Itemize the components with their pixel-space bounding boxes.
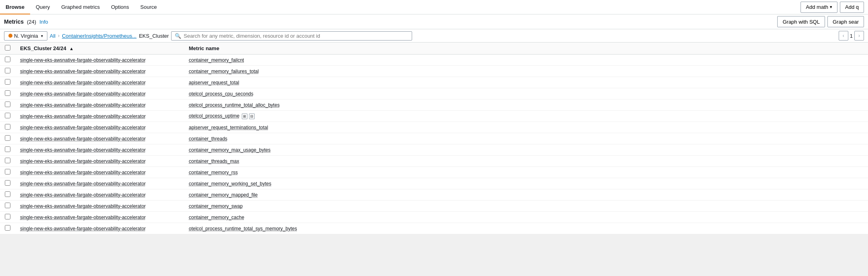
eks-cluster-link[interactable]: single-new-eks-awsnative-fargate-observa… <box>20 69 146 74</box>
eks-cluster-link[interactable]: single-new-eks-awsnative-fargate-observa… <box>20 181 146 187</box>
metric-name-link[interactable]: otelcol_process_runtime_total_sys_memory… <box>189 226 297 231</box>
metric-name-link[interactable]: container_threads_max <box>189 158 239 164</box>
eks-cluster-link[interactable]: single-new-eks-awsnative-fargate-observa… <box>20 136 146 142</box>
row-eks-cluster: single-new-eks-awsnative-fargate-observa… <box>15 99 184 111</box>
table-row: single-new-eks-awsnative-fargate-observa… <box>0 223 868 234</box>
metric-name-link[interactable]: apiserver_request_terminations_total <box>189 125 268 130</box>
eks-cluster-link[interactable]: single-new-eks-awsnative-fargate-observa… <box>20 226 146 231</box>
row-checkbox-1[interactable] <box>5 68 10 73</box>
table-row: single-new-eks-awsnative-fargate-observa… <box>0 189 868 201</box>
table-row: single-new-eks-awsnative-fargate-observa… <box>0 66 868 77</box>
row-checkbox-11[interactable] <box>5 180 10 186</box>
eks-cluster-link[interactable]: single-new-eks-awsnative-fargate-observa… <box>20 203 146 209</box>
eks-cluster-link[interactable]: single-new-eks-awsnative-fargate-observa… <box>20 102 146 108</box>
row-checkbox-2[interactable] <box>5 79 10 85</box>
nav-tab-query[interactable]: Query <box>30 0 55 14</box>
metric-name-link[interactable]: otelcol_process_runtime_total_alloc_byte… <box>189 102 280 108</box>
nav-tab-options[interactable]: Options <box>105 0 135 14</box>
breadcrumb-dimension: EKS_Cluster <box>139 33 169 39</box>
metric-name-link[interactable]: container_memory_working_set_bytes <box>189 181 271 187</box>
metric-name-link[interactable]: container_memory_rss <box>189 170 238 175</box>
nav-tab-browse[interactable]: Browse <box>0 0 30 14</box>
prev-page-button[interactable]: ‹ <box>839 31 848 41</box>
header-eks-cluster[interactable]: EKS_Cluster 24/24 ▲ <box>15 43 184 55</box>
row-checkbox-0[interactable] <box>5 57 10 62</box>
search-input[interactable] <box>184 33 408 39</box>
row-icon-1[interactable]: ⊞ <box>242 114 247 119</box>
add-query-button[interactable]: Add q <box>840 2 864 13</box>
row-eks-cluster: single-new-eks-awsnative-fargate-observa… <box>15 133 184 144</box>
row-checkbox-10[interactable] <box>5 169 10 175</box>
eks-cluster-link[interactable]: single-new-eks-awsnative-fargate-observa… <box>20 114 146 119</box>
row-checkbox-4[interactable] <box>5 101 10 107</box>
eks-cluster-link[interactable]: single-new-eks-awsnative-fargate-observa… <box>20 170 146 175</box>
filter-bar-right: ‹ 1 › <box>839 31 864 41</box>
region-dropdown[interactable]: N. Virginia ▾ <box>4 31 47 41</box>
eks-cluster-link[interactable]: single-new-eks-awsnative-fargate-observa… <box>20 80 146 85</box>
metric-name-link[interactable]: container_memory_max_usage_bytes <box>189 147 270 153</box>
row-eks-cluster: single-new-eks-awsnative-fargate-observa… <box>15 66 184 77</box>
metric-name-link[interactable]: apiserver_request_total <box>189 80 239 85</box>
row-checkbox-9[interactable] <box>5 158 10 163</box>
metric-name-link[interactable]: container_memory_swap <box>189 203 243 209</box>
sub-toolbar: Metrics (24) Info Graph with SQL Graph s… <box>0 14 868 29</box>
row-checkbox-3[interactable] <box>5 90 10 96</box>
row-metric-name: otelcol_process_uptime⊞⊟ <box>184 111 868 122</box>
eks-cluster-link[interactable]: single-new-eks-awsnative-fargate-observa… <box>20 192 146 198</box>
eks-cluster-link[interactable]: single-new-eks-awsnative-fargate-observa… <box>20 158 146 164</box>
sort-arrow-eks: ▲ <box>69 46 74 51</box>
row-metric-name: container_memory_max_usage_bytes <box>184 144 868 156</box>
row-checkbox-15[interactable] <box>5 225 10 231</box>
graph-search-button[interactable]: Graph sear <box>827 16 864 27</box>
row-icon-2[interactable]: ⊟ <box>249 114 255 119</box>
metric-name-link[interactable]: container_memory_failcnt <box>189 57 244 63</box>
metric-name-link[interactable]: otelcol_process_cpu_seconds <box>189 91 253 97</box>
row-checkbox-5[interactable] <box>5 113 10 118</box>
metric-name-link[interactable]: container_memory_mapped_file <box>189 192 257 198</box>
row-checkbox-14[interactable] <box>5 214 10 219</box>
table-row: single-new-eks-awsnative-fargate-observa… <box>0 55 868 66</box>
breadcrumb-all[interactable]: All <box>50 33 55 39</box>
breadcrumb-namespace[interactable]: ContainerInsights/Prometheus... <box>62 33 137 39</box>
row-metric-name: otelcol_process_runtime_total_alloc_byte… <box>184 99 868 111</box>
table-row: single-new-eks-awsnative-fargate-observa… <box>0 167 868 178</box>
eks-cluster-link[interactable]: single-new-eks-awsnative-fargate-observa… <box>20 147 146 153</box>
metric-name-link[interactable]: container_memory_cache <box>189 215 244 220</box>
row-metric-name: container_memory_rss <box>184 167 868 178</box>
row-metric-name: apiserver_request_terminations_total <box>184 122 868 133</box>
table-row: single-new-eks-awsnative-fargate-observa… <box>0 178 868 189</box>
table-row: single-new-eks-awsnative-fargate-observa… <box>0 133 868 144</box>
eks-cluster-link[interactable]: single-new-eks-awsnative-fargate-observa… <box>20 125 146 130</box>
metric-name-link[interactable]: otelcol_process_uptime <box>189 113 239 119</box>
select-all-checkbox[interactable] <box>5 45 10 51</box>
row-checkbox-7[interactable] <box>5 135 10 141</box>
info-link[interactable]: Info <box>39 19 48 25</box>
row-checkbox-cell <box>0 99 15 111</box>
metrics-count: (24) <box>27 19 36 25</box>
graph-with-sql-button[interactable]: Graph with SQL <box>777 16 825 27</box>
metric-name-link[interactable]: container_memory_failures_total <box>189 69 259 74</box>
table-row: single-new-eks-awsnative-fargate-observa… <box>0 156 868 167</box>
region-label: N. Virginia <box>14 33 38 39</box>
eks-cluster-link[interactable]: single-new-eks-awsnative-fargate-observa… <box>20 215 146 220</box>
row-checkbox-6[interactable] <box>5 124 10 130</box>
row-checkbox-12[interactable] <box>5 191 10 197</box>
nav-tab-graphed-metrics[interactable]: Graphed metrics <box>55 0 105 14</box>
next-page-button[interactable]: › <box>854 31 864 41</box>
search-icon: 🔍 <box>175 33 181 39</box>
row-checkbox-cell <box>0 189 15 201</box>
row-checkbox-13[interactable] <box>5 203 10 208</box>
row-checkbox-cell <box>0 66 15 77</box>
row-eks-cluster: single-new-eks-awsnative-fargate-observa… <box>15 144 184 156</box>
row-action-icons: ⊞⊟ <box>242 114 255 119</box>
row-eks-cluster: single-new-eks-awsnative-fargate-observa… <box>15 88 184 99</box>
eks-cluster-link[interactable]: single-new-eks-awsnative-fargate-observa… <box>20 57 146 63</box>
metric-name-link[interactable]: container_threads <box>189 136 227 142</box>
row-checkbox-8[interactable] <box>5 146 10 152</box>
row-checkbox-cell <box>0 167 15 178</box>
eks-cluster-link[interactable]: single-new-eks-awsnative-fargate-observa… <box>20 91 146 97</box>
nav-tab-source[interactable]: Source <box>135 0 162 14</box>
add-math-button[interactable]: Add math <box>801 2 837 13</box>
row-checkbox-cell <box>0 178 15 189</box>
row-metric-name: otelcol_process_runtime_total_sys_memory… <box>184 223 868 234</box>
